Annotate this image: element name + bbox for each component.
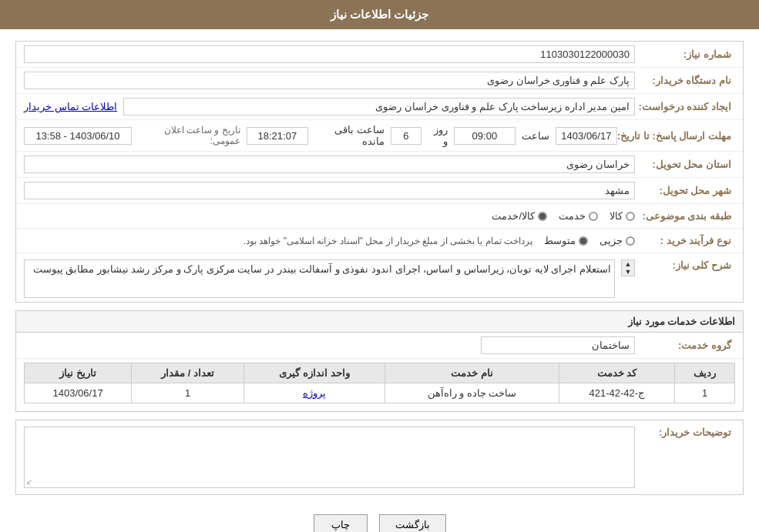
deadline-group: 1403/06/17 ساعت 09:00 روز و 6 ساعت باقی … [24,124,617,147]
category-kala-khedmat-label: کالا/خدمت [492,210,535,222]
countdown-value: 18:21:07 [247,127,308,145]
day-label: روز و [428,124,448,147]
announce-label: تاریخ و ساعت اعلان عمومی: [138,125,240,146]
col-header-unit: واحد اندازه گیری [243,363,385,383]
city-label: شهر محل تحویل: [635,185,735,196]
buyer-desc-row: توضیحات خریدار: ↙ [16,420,743,494]
header-title: جزئیات اطلاعات نیاز [331,8,428,21]
buyer-org-label: نام دستگاه خریدار: [635,75,735,86]
page-header: جزئیات اطلاعات نیاز [0,0,759,29]
province-value: خراسان رضوی [24,156,635,173]
description-scroll-arrows[interactable]: ▲ ▼ [621,259,635,276]
cell-name-1: ساخت جاده و راه‌آهن [385,383,559,403]
radio-kala-icon [626,212,635,221]
creator-row: ایجاد کننده درخواست: امین مدیر اداره زیر… [16,94,743,120]
cell-date-1: 1403/06/17 [25,383,132,403]
services-title: اطلاعات خدمات مورد نیاز [16,311,743,333]
button-row: بازگشت چاپ [15,503,744,532]
buyer-desc-textarea[interactable]: ↙ [24,427,635,488]
category-option-2[interactable]: خدمت [559,210,598,222]
time-label: ساعت [522,130,549,142]
need-number-label: شماره نیاز: [635,49,735,60]
cell-unit-1[interactable]: پروژه [243,383,385,403]
category-label: طبقه بندی موضوعی: [635,210,735,222]
buyer-org-value: پارک علم و فناوری خراسان رضوی [24,72,635,89]
category-kala-label: کالا [610,210,623,222]
buyer-desc-section: توضیحات خریدار: ↙ [15,420,744,495]
process-option-1[interactable]: جزیی [599,235,635,246]
radio-khedmat-icon [589,212,598,221]
col-header-name: نام خدمت [385,363,559,383]
day-value: 6 [391,127,421,145]
services-table: ردیف کد خدمت نام خدمت واحد اندازه گیری ت… [24,363,735,403]
service-group-label: گروه خدمت: [635,340,735,351]
province-label: استان محل تحویل: [635,159,735,170]
province-row: استان محل تحویل: خراسان رضوی [16,152,743,178]
city-value: مشهد [24,182,635,199]
page-container: جزئیات اطلاعات نیاز شماره نیاز: 11030301… [0,0,759,532]
description-row: شرح کلی نیاز: ▲ ▼ استعلام اجرای لایه توب… [16,253,743,302]
cell-code-1: ج-42-42-421 [559,383,674,403]
resize-handle-icon: ↙ [26,477,32,486]
col-header-code: کد خدمت [559,363,674,383]
col-header-qty: تعداد / مقدار [132,363,244,383]
table-row: 1 ج-42-42-421 ساخت جاده و راه‌آهن پروژه … [25,383,735,403]
process-label: نوع فرآیند خرید : [635,235,735,246]
category-khedmat-label: خدمت [559,210,586,222]
deadline-time: 09:00 [454,127,516,145]
need-number-row: شماره نیاز: 1103030122000030 [16,42,743,68]
arrow-down-icon: ▼ [625,268,632,276]
creator-value: امین مدیر اداره زیرساخت پارک علم و فناور… [123,98,635,115]
creator-label: ایجاد کننده درخواست: [635,101,735,112]
process-note: پرداخت تمام یا بخشی از مبلغ خریدار از مح… [243,236,532,246]
main-content: شماره نیاز: 1103030122000030 نام دستگاه … [0,29,759,532]
process-row: نوع فرآیند خرید : جزیی متوسط پرداخت تمام… [16,229,743,253]
col-header-date: تاریخ نیاز [25,363,132,383]
description-label: شرح کلی نیاز: [635,259,735,271]
back-button[interactable]: بازگشت [379,514,446,532]
services-table-container: ردیف کد خدمت نام خدمت واحد اندازه گیری ت… [16,363,743,411]
service-group-row: گروه خدمت: ساختمان [16,333,743,359]
radio-motevaset-icon [579,236,588,246]
deadline-date: 1403/06/17 [556,127,617,145]
category-option-3[interactable]: کالا/خدمت [492,210,547,222]
services-section: اطلاعات خدمات مورد نیاز گروه خدمت: ساختم… [15,310,744,412]
description-value[interactable]: استعلام اجرای لایه توبان، زیراساس و اساس… [24,259,615,298]
contact-link[interactable]: اطلاعات تماس خریدار [24,101,117,112]
need-number-value: 1103030122000030 [24,45,635,63]
buyer-org-row: نام دستگاه خریدار: پارک علم و فناوری خرا… [16,68,743,94]
category-row: طبقه بندی موضوعی: کالا خدمت کالا/خدمت [16,204,743,229]
reply-deadline-label: مهلت ارسال پاسخ: تا تاریخ: [617,130,735,142]
category-option-1[interactable]: کالا [610,210,635,222]
process-option-2[interactable]: متوسط [544,235,588,246]
radio-kala-khedmat-icon [538,212,547,221]
cell-qty-1: 1 [132,383,244,403]
announce-value: 1403/06/10 - 13:58 [24,127,132,145]
city-row: شهر محل تحویل: مشهد [16,178,743,204]
print-button[interactable]: چاپ [314,514,368,532]
radio-jozii-icon [626,236,635,246]
reply-deadline-row: مهلت ارسال پاسخ: تا تاریخ: 1403/06/17 سا… [16,120,743,152]
creator-group: امین مدیر اداره زیرساخت پارک علم و فناور… [24,98,635,115]
category-radio-group: کالا خدمت کالا/خدمت [24,210,635,222]
cell-row-1: 1 [675,383,735,403]
col-header-row: ردیف [675,363,735,383]
buyer-desc-label: توضیحات خریدار: [635,427,735,438]
description-group: ▲ ▼ استعلام اجرای لایه توبان، زیراساس و … [24,259,635,298]
arrow-up-icon: ▲ [625,260,632,268]
countdown-label: ساعت باقی مانده [314,124,385,147]
process-radio-group: جزیی متوسط پرداخت تمام یا بخشی از مبلغ خ… [24,235,635,246]
process-motevaset-label: متوسط [544,235,576,246]
process-jozii-label: جزیی [599,235,623,246]
service-group-value: ساختمان [481,336,635,354]
main-form: شماره نیاز: 1103030122000030 نام دستگاه … [15,41,744,303]
table-header-row: ردیف کد خدمت نام خدمت واحد اندازه گیری ت… [25,363,735,383]
